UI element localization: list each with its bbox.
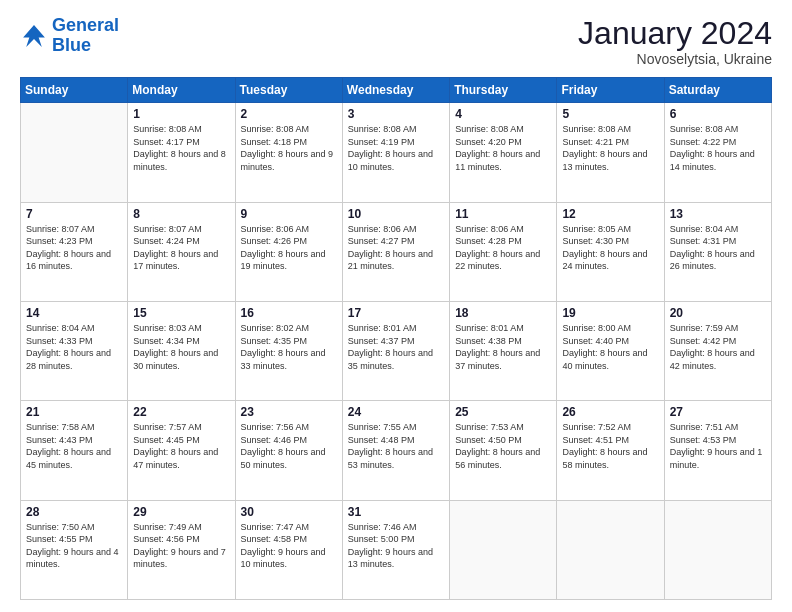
sunset-text: Sunset: 4:22 PM bbox=[670, 136, 766, 149]
table-row: 9 Sunrise: 8:06 AM Sunset: 4:26 PM Dayli… bbox=[235, 202, 342, 301]
sunset-text: Sunset: 4:26 PM bbox=[241, 235, 337, 248]
sunrise-text: Sunrise: 8:05 AM bbox=[562, 223, 658, 236]
sunrise-text: Sunrise: 8:02 AM bbox=[241, 322, 337, 335]
daylight-text: Daylight: 8 hours and 28 minutes. bbox=[26, 347, 122, 372]
header-thursday: Thursday bbox=[450, 78, 557, 103]
sunrise-text: Sunrise: 8:07 AM bbox=[26, 223, 122, 236]
daylight-text: Daylight: 8 hours and 8 minutes. bbox=[133, 148, 229, 173]
day-number: 1 bbox=[133, 107, 229, 121]
table-row: 11 Sunrise: 8:06 AM Sunset: 4:28 PM Dayl… bbox=[450, 202, 557, 301]
day-number: 15 bbox=[133, 306, 229, 320]
sunset-text: Sunset: 4:46 PM bbox=[241, 434, 337, 447]
cell-info: Sunrise: 8:01 AM Sunset: 4:38 PM Dayligh… bbox=[455, 322, 551, 372]
daylight-text: Daylight: 8 hours and 11 minutes. bbox=[455, 148, 551, 173]
day-number: 29 bbox=[133, 505, 229, 519]
sunset-text: Sunset: 4:23 PM bbox=[26, 235, 122, 248]
sunrise-text: Sunrise: 7:46 AM bbox=[348, 521, 444, 534]
table-row: 14 Sunrise: 8:04 AM Sunset: 4:33 PM Dayl… bbox=[21, 301, 128, 400]
table-row: 2 Sunrise: 8:08 AM Sunset: 4:18 PM Dayli… bbox=[235, 103, 342, 202]
header-saturday: Saturday bbox=[664, 78, 771, 103]
table-row: 18 Sunrise: 8:01 AM Sunset: 4:38 PM Dayl… bbox=[450, 301, 557, 400]
table-row: 19 Sunrise: 8:00 AM Sunset: 4:40 PM Dayl… bbox=[557, 301, 664, 400]
daylight-text: Daylight: 9 hours and 13 minutes. bbox=[348, 546, 444, 571]
sunrise-text: Sunrise: 7:55 AM bbox=[348, 421, 444, 434]
sunset-text: Sunset: 4:17 PM bbox=[133, 136, 229, 149]
table-row: 17 Sunrise: 8:01 AM Sunset: 4:37 PM Dayl… bbox=[342, 301, 449, 400]
sunrise-text: Sunrise: 8:06 AM bbox=[348, 223, 444, 236]
table-row bbox=[450, 500, 557, 599]
svg-marker-0 bbox=[23, 25, 45, 47]
sunrise-text: Sunrise: 8:06 AM bbox=[455, 223, 551, 236]
table-row: 24 Sunrise: 7:55 AM Sunset: 4:48 PM Dayl… bbox=[342, 401, 449, 500]
sunrise-text: Sunrise: 7:59 AM bbox=[670, 322, 766, 335]
header-wednesday: Wednesday bbox=[342, 78, 449, 103]
sunset-text: Sunset: 4:53 PM bbox=[670, 434, 766, 447]
logo: General Blue bbox=[20, 16, 119, 56]
header-tuesday: Tuesday bbox=[235, 78, 342, 103]
sunrise-text: Sunrise: 7:49 AM bbox=[133, 521, 229, 534]
table-row: 28 Sunrise: 7:50 AM Sunset: 4:55 PM Dayl… bbox=[21, 500, 128, 599]
sunrise-text: Sunrise: 8:01 AM bbox=[348, 322, 444, 335]
sunrise-text: Sunrise: 7:56 AM bbox=[241, 421, 337, 434]
sunset-text: Sunset: 4:20 PM bbox=[455, 136, 551, 149]
sunrise-text: Sunrise: 7:57 AM bbox=[133, 421, 229, 434]
day-number: 27 bbox=[670, 405, 766, 419]
daylight-text: Daylight: 8 hours and 17 minutes. bbox=[133, 248, 229, 273]
sunset-text: Sunset: 4:27 PM bbox=[348, 235, 444, 248]
table-row: 26 Sunrise: 7:52 AM Sunset: 4:51 PM Dayl… bbox=[557, 401, 664, 500]
cell-info: Sunrise: 8:08 AM Sunset: 4:18 PM Dayligh… bbox=[241, 123, 337, 173]
table-row bbox=[664, 500, 771, 599]
location-subtitle: Novoselytsia, Ukraine bbox=[578, 51, 772, 67]
cell-info: Sunrise: 7:49 AM Sunset: 4:56 PM Dayligh… bbox=[133, 521, 229, 571]
sunset-text: Sunset: 4:37 PM bbox=[348, 335, 444, 348]
sunset-text: Sunset: 4:43 PM bbox=[26, 434, 122, 447]
daylight-text: Daylight: 8 hours and 19 minutes. bbox=[241, 248, 337, 273]
sunrise-text: Sunrise: 7:52 AM bbox=[562, 421, 658, 434]
cell-info: Sunrise: 8:03 AM Sunset: 4:34 PM Dayligh… bbox=[133, 322, 229, 372]
logo-icon bbox=[20, 22, 48, 50]
sunset-text: Sunset: 5:00 PM bbox=[348, 533, 444, 546]
page: General Blue January 2024 Novoselytsia, … bbox=[0, 0, 792, 612]
sunrise-text: Sunrise: 8:08 AM bbox=[670, 123, 766, 136]
daylight-text: Daylight: 8 hours and 47 minutes. bbox=[133, 446, 229, 471]
daylight-text: Daylight: 8 hours and 30 minutes. bbox=[133, 347, 229, 372]
sunset-text: Sunset: 4:28 PM bbox=[455, 235, 551, 248]
table-row: 13 Sunrise: 8:04 AM Sunset: 4:31 PM Dayl… bbox=[664, 202, 771, 301]
daylight-text: Daylight: 8 hours and 22 minutes. bbox=[455, 248, 551, 273]
sunrise-text: Sunrise: 8:07 AM bbox=[133, 223, 229, 236]
sunrise-text: Sunrise: 7:58 AM bbox=[26, 421, 122, 434]
cell-info: Sunrise: 7:56 AM Sunset: 4:46 PM Dayligh… bbox=[241, 421, 337, 471]
cell-info: Sunrise: 8:06 AM Sunset: 4:28 PM Dayligh… bbox=[455, 223, 551, 273]
header: General Blue January 2024 Novoselytsia, … bbox=[20, 16, 772, 67]
daylight-text: Daylight: 8 hours and 37 minutes. bbox=[455, 347, 551, 372]
month-title: January 2024 bbox=[578, 16, 772, 51]
daylight-text: Daylight: 8 hours and 58 minutes. bbox=[562, 446, 658, 471]
daylight-text: Daylight: 8 hours and 56 minutes. bbox=[455, 446, 551, 471]
calendar-week-1: 1 Sunrise: 8:08 AM Sunset: 4:17 PM Dayli… bbox=[21, 103, 772, 202]
cell-info: Sunrise: 8:02 AM Sunset: 4:35 PM Dayligh… bbox=[241, 322, 337, 372]
daylight-text: Daylight: 8 hours and 50 minutes. bbox=[241, 446, 337, 471]
daylight-text: Daylight: 8 hours and 26 minutes. bbox=[670, 248, 766, 273]
sunrise-text: Sunrise: 8:00 AM bbox=[562, 322, 658, 335]
table-row: 12 Sunrise: 8:05 AM Sunset: 4:30 PM Dayl… bbox=[557, 202, 664, 301]
day-number: 25 bbox=[455, 405, 551, 419]
sunrise-text: Sunrise: 8:01 AM bbox=[455, 322, 551, 335]
daylight-text: Daylight: 9 hours and 4 minutes. bbox=[26, 546, 122, 571]
table-row: 30 Sunrise: 7:47 AM Sunset: 4:58 PM Dayl… bbox=[235, 500, 342, 599]
day-number: 2 bbox=[241, 107, 337, 121]
header-friday: Friday bbox=[557, 78, 664, 103]
sunset-text: Sunset: 4:38 PM bbox=[455, 335, 551, 348]
day-number: 31 bbox=[348, 505, 444, 519]
sunset-text: Sunset: 4:58 PM bbox=[241, 533, 337, 546]
daylight-text: Daylight: 8 hours and 14 minutes. bbox=[670, 148, 766, 173]
daylight-text: Daylight: 9 hours and 10 minutes. bbox=[241, 546, 337, 571]
day-number: 17 bbox=[348, 306, 444, 320]
sunset-text: Sunset: 4:30 PM bbox=[562, 235, 658, 248]
daylight-text: Daylight: 8 hours and 42 minutes. bbox=[670, 347, 766, 372]
table-row: 10 Sunrise: 8:06 AM Sunset: 4:27 PM Dayl… bbox=[342, 202, 449, 301]
header-sunday: Sunday bbox=[21, 78, 128, 103]
logo-line2: Blue bbox=[52, 35, 91, 55]
cell-info: Sunrise: 8:06 AM Sunset: 4:26 PM Dayligh… bbox=[241, 223, 337, 273]
table-row: 5 Sunrise: 8:08 AM Sunset: 4:21 PM Dayli… bbox=[557, 103, 664, 202]
sunrise-text: Sunrise: 8:08 AM bbox=[241, 123, 337, 136]
